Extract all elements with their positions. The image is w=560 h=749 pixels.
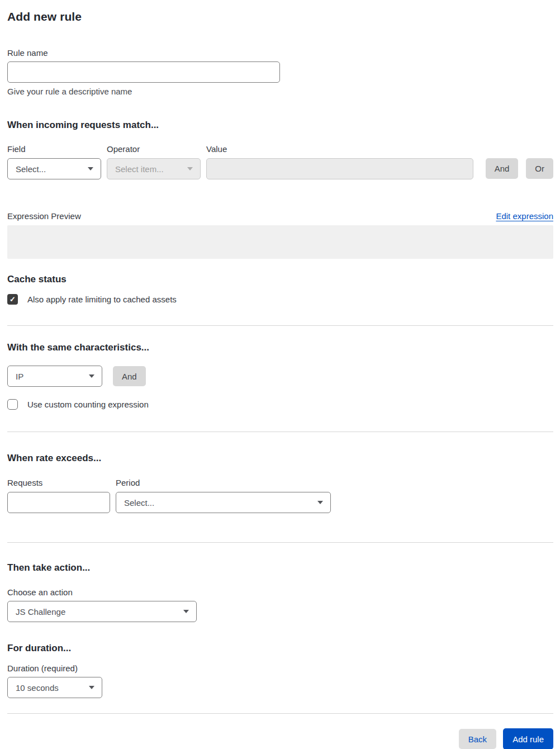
field-select-value: Select... [16, 164, 46, 174]
duration-label: Duration (required) [7, 663, 553, 673]
expression-preview-box [7, 225, 553, 259]
operator-select-value: Select item... [115, 164, 164, 174]
and-button[interactable]: And [486, 158, 519, 179]
operator-label: Operator [107, 144, 201, 154]
custom-counting-checkbox-label: Use custom counting expression [27, 400, 149, 409]
divider [7, 542, 553, 543]
divider [7, 325, 553, 326]
field-label: Field [7, 144, 101, 154]
divider [7, 713, 553, 714]
rule-name-helper: Give your rule a descriptive name [7, 87, 280, 96]
value-label: Value [206, 144, 473, 154]
characteristics-heading: With the same characteristics... [7, 342, 553, 353]
back-button[interactable]: Back [459, 729, 496, 749]
period-select-value: Select... [124, 498, 154, 508]
operator-select: Select item... [107, 158, 201, 179]
characteristic-select-value: IP [16, 372, 23, 381]
period-label: Period [116, 478, 331, 487]
chevron-down-icon [187, 167, 193, 170]
expression-preview-label: Expression Preview [7, 211, 81, 221]
rule-name-input[interactable] [7, 61, 280, 83]
rule-name-label: Rule name [7, 48, 280, 58]
action-select-value: JS Challenge [16, 607, 65, 617]
page-title: Add new rule [7, 10, 553, 23]
or-button[interactable]: Or [526, 158, 553, 179]
choose-action-label: Choose an action [7, 587, 553, 597]
chevron-down-icon [89, 686, 94, 689]
period-select[interactable]: Select... [116, 492, 331, 513]
chevron-down-icon [317, 501, 323, 504]
duration-heading: For duration... [7, 643, 553, 654]
check-icon: ✓ [10, 296, 16, 303]
rate-heading: When rate exceeds... [7, 453, 553, 464]
chevron-down-icon [89, 374, 94, 378]
duration-select-value: 10 seconds [16, 683, 59, 693]
add-new-rule-form: Add new rule Rule name Give your rule a … [0, 0, 560, 749]
chevron-down-icon [88, 167, 93, 170]
value-input [206, 158, 473, 179]
field-select[interactable]: Select... [7, 158, 101, 179]
characteristic-select[interactable]: IP [7, 366, 102, 387]
cache-status-heading: Cache status [7, 274, 553, 285]
characteristics-and-button[interactable]: And [113, 366, 146, 386]
chevron-down-icon [183, 610, 189, 613]
edit-expression-link[interactable]: Edit expression [496, 211, 553, 221]
duration-select[interactable]: 10 seconds [7, 677, 102, 698]
requests-label: Requests [7, 478, 110, 487]
add-rule-button[interactable]: Add rule [503, 728, 553, 749]
requests-input[interactable] [7, 492, 110, 513]
match-section-heading: When incoming requests match... [7, 120, 553, 131]
divider [7, 432, 553, 432]
action-select[interactable]: JS Challenge [7, 601, 197, 622]
action-heading: Then take action... [7, 562, 553, 573]
cached-assets-checkbox[interactable]: ✓ [7, 294, 18, 305]
cached-assets-checkbox-label: Also apply rate limiting to cached asset… [27, 295, 177, 304]
custom-counting-checkbox[interactable] [7, 399, 18, 410]
